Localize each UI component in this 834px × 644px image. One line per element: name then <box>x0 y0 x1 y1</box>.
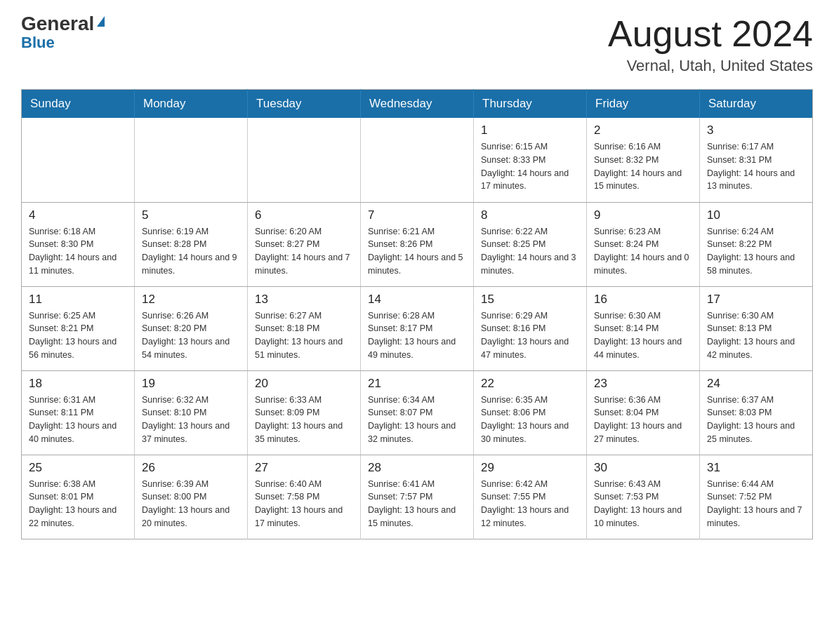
logo-general-text: General <box>21 14 94 34</box>
page-header: General Blue August 2024 Vernal, Utah, U… <box>21 14 813 75</box>
weekday-header-row: SundayMondayTuesdayWednesdayThursdayFrid… <box>22 90 813 119</box>
day-info: Sunrise: 6:26 AM Sunset: 8:20 PM Dayligh… <box>142 311 230 360</box>
day-number: 2 <box>594 123 692 137</box>
day-info: Sunrise: 6:23 AM Sunset: 8:24 PM Dayligh… <box>594 227 689 276</box>
day-info: Sunrise: 6:34 AM Sunset: 8:07 PM Dayligh… <box>368 395 456 444</box>
calendar-cell: 8Sunrise: 6:22 AM Sunset: 8:25 PM Daylig… <box>474 202 587 286</box>
day-info: Sunrise: 6:38 AM Sunset: 8:01 PM Dayligh… <box>29 479 117 528</box>
week-row-3: 11Sunrise: 6:25 AM Sunset: 8:21 PM Dayli… <box>22 286 813 370</box>
day-info: Sunrise: 6:35 AM Sunset: 8:06 PM Dayligh… <box>481 395 569 444</box>
day-number: 4 <box>29 208 127 222</box>
day-info: Sunrise: 6:32 AM Sunset: 8:10 PM Dayligh… <box>142 395 230 444</box>
calendar-cell: 3Sunrise: 6:17 AM Sunset: 8:31 PM Daylig… <box>700 118 813 202</box>
calendar-cell: 11Sunrise: 6:25 AM Sunset: 8:21 PM Dayli… <box>22 286 135 370</box>
calendar-cell: 1Sunrise: 6:15 AM Sunset: 8:33 PM Daylig… <box>474 118 587 202</box>
day-info: Sunrise: 6:40 AM Sunset: 7:58 PM Dayligh… <box>255 479 343 528</box>
day-info: Sunrise: 6:16 AM Sunset: 8:32 PM Dayligh… <box>594 142 682 191</box>
day-info: Sunrise: 6:44 AM Sunset: 7:52 PM Dayligh… <box>707 479 802 528</box>
day-number: 8 <box>481 208 579 222</box>
calendar-cell: 27Sunrise: 6:40 AM Sunset: 7:58 PM Dayli… <box>248 455 361 539</box>
calendar-cell: 9Sunrise: 6:23 AM Sunset: 8:24 PM Daylig… <box>587 202 700 286</box>
day-info: Sunrise: 6:43 AM Sunset: 7:53 PM Dayligh… <box>594 479 682 528</box>
day-info: Sunrise: 6:33 AM Sunset: 8:09 PM Dayligh… <box>255 395 343 444</box>
day-number: 22 <box>481 377 579 391</box>
day-number: 20 <box>255 377 353 391</box>
day-number: 17 <box>707 293 805 307</box>
day-number: 19 <box>142 377 240 391</box>
day-info: Sunrise: 6:37 AM Sunset: 8:03 PM Dayligh… <box>707 395 795 444</box>
day-info: Sunrise: 6:30 AM Sunset: 8:13 PM Dayligh… <box>707 311 795 360</box>
calendar-cell: 4Sunrise: 6:18 AM Sunset: 8:30 PM Daylig… <box>22 202 135 286</box>
day-info: Sunrise: 6:29 AM Sunset: 8:16 PM Dayligh… <box>481 311 569 360</box>
calendar-cell: 29Sunrise: 6:42 AM Sunset: 7:55 PM Dayli… <box>474 455 587 539</box>
day-number: 7 <box>368 208 466 222</box>
day-info: Sunrise: 6:30 AM Sunset: 8:14 PM Dayligh… <box>594 311 682 360</box>
day-number: 27 <box>255 461 353 475</box>
calendar-cell: 28Sunrise: 6:41 AM Sunset: 7:57 PM Dayli… <box>361 455 474 539</box>
weekday-header-friday: Friday <box>587 90 700 119</box>
day-number: 14 <box>368 293 466 307</box>
day-info: Sunrise: 6:19 AM Sunset: 8:28 PM Dayligh… <box>142 227 237 276</box>
logo-triangle-icon <box>97 16 105 27</box>
weekday-header-sunday: Sunday <box>22 90 135 119</box>
day-number: 25 <box>29 461 127 475</box>
day-number: 11 <box>29 293 127 307</box>
day-number: 30 <box>594 461 692 475</box>
calendar-cell: 15Sunrise: 6:29 AM Sunset: 8:16 PM Dayli… <box>474 286 587 370</box>
calendar-cell: 26Sunrise: 6:39 AM Sunset: 8:00 PM Dayli… <box>135 455 248 539</box>
day-number: 29 <box>481 461 579 475</box>
day-number: 28 <box>368 461 466 475</box>
day-info: Sunrise: 6:25 AM Sunset: 8:21 PM Dayligh… <box>29 311 117 360</box>
day-info: Sunrise: 6:22 AM Sunset: 8:25 PM Dayligh… <box>481 227 576 276</box>
weekday-header-monday: Monday <box>135 90 248 119</box>
day-info: Sunrise: 6:42 AM Sunset: 7:55 PM Dayligh… <box>481 479 569 528</box>
logo-blue-text: Blue <box>21 35 55 51</box>
calendar-cell: 14Sunrise: 6:28 AM Sunset: 8:17 PM Dayli… <box>361 286 474 370</box>
day-number: 21 <box>368 377 466 391</box>
calendar-cell: 23Sunrise: 6:36 AM Sunset: 8:04 PM Dayli… <box>587 370 700 455</box>
calendar-cell: 16Sunrise: 6:30 AM Sunset: 8:14 PM Dayli… <box>587 286 700 370</box>
day-number: 31 <box>707 461 805 475</box>
week-row-5: 25Sunrise: 6:38 AM Sunset: 8:01 PM Dayli… <box>22 455 813 539</box>
day-number: 15 <box>481 293 579 307</box>
day-info: Sunrise: 6:20 AM Sunset: 8:27 PM Dayligh… <box>255 227 350 276</box>
day-number: 1 <box>481 123 579 137</box>
day-info: Sunrise: 6:27 AM Sunset: 8:18 PM Dayligh… <box>255 311 343 360</box>
logo: General Blue <box>21 14 105 51</box>
calendar-cell <box>22 118 135 202</box>
day-info: Sunrise: 6:31 AM Sunset: 8:11 PM Dayligh… <box>29 395 117 444</box>
day-number: 5 <box>142 208 240 222</box>
calendar-cell: 24Sunrise: 6:37 AM Sunset: 8:03 PM Dayli… <box>700 370 813 455</box>
week-row-2: 4Sunrise: 6:18 AM Sunset: 8:30 PM Daylig… <box>22 202 813 286</box>
day-number: 16 <box>594 293 692 307</box>
day-number: 24 <box>707 377 805 391</box>
weekday-header-wednesday: Wednesday <box>361 90 474 119</box>
calendar-cell: 18Sunrise: 6:31 AM Sunset: 8:11 PM Dayli… <box>22 370 135 455</box>
day-info: Sunrise: 6:28 AM Sunset: 8:17 PM Dayligh… <box>368 311 456 360</box>
day-number: 3 <box>707 123 805 137</box>
calendar-cell: 21Sunrise: 6:34 AM Sunset: 8:07 PM Dayli… <box>361 370 474 455</box>
day-number: 9 <box>594 208 692 222</box>
calendar-cell: 25Sunrise: 6:38 AM Sunset: 8:01 PM Dayli… <box>22 455 135 539</box>
week-row-4: 18Sunrise: 6:31 AM Sunset: 8:11 PM Dayli… <box>22 370 813 455</box>
weekday-header-thursday: Thursday <box>474 90 587 119</box>
day-number: 26 <box>142 461 240 475</box>
week-row-1: 1Sunrise: 6:15 AM Sunset: 8:33 PM Daylig… <box>22 118 813 202</box>
calendar-cell: 31Sunrise: 6:44 AM Sunset: 7:52 PM Dayli… <box>700 455 813 539</box>
calendar-subtitle: Vernal, Utah, United States <box>608 57 813 75</box>
calendar-cell <box>361 118 474 202</box>
title-section: August 2024 Vernal, Utah, United States <box>608 14 813 75</box>
day-info: Sunrise: 6:17 AM Sunset: 8:31 PM Dayligh… <box>707 142 795 191</box>
day-number: 6 <box>255 208 353 222</box>
calendar-cell: 22Sunrise: 6:35 AM Sunset: 8:06 PM Dayli… <box>474 370 587 455</box>
calendar-cell: 20Sunrise: 6:33 AM Sunset: 8:09 PM Dayli… <box>248 370 361 455</box>
calendar-cell <box>135 118 248 202</box>
day-info: Sunrise: 6:18 AM Sunset: 8:30 PM Dayligh… <box>29 227 117 276</box>
day-info: Sunrise: 6:39 AM Sunset: 8:00 PM Dayligh… <box>142 479 230 528</box>
calendar-cell: 19Sunrise: 6:32 AM Sunset: 8:10 PM Dayli… <box>135 370 248 455</box>
day-info: Sunrise: 6:41 AM Sunset: 7:57 PM Dayligh… <box>368 479 456 528</box>
calendar-cell: 10Sunrise: 6:24 AM Sunset: 8:22 PM Dayli… <box>700 202 813 286</box>
calendar-title: August 2024 <box>608 14 813 54</box>
calendar-cell: 17Sunrise: 6:30 AM Sunset: 8:13 PM Dayli… <box>700 286 813 370</box>
day-info: Sunrise: 6:21 AM Sunset: 8:26 PM Dayligh… <box>368 227 463 276</box>
